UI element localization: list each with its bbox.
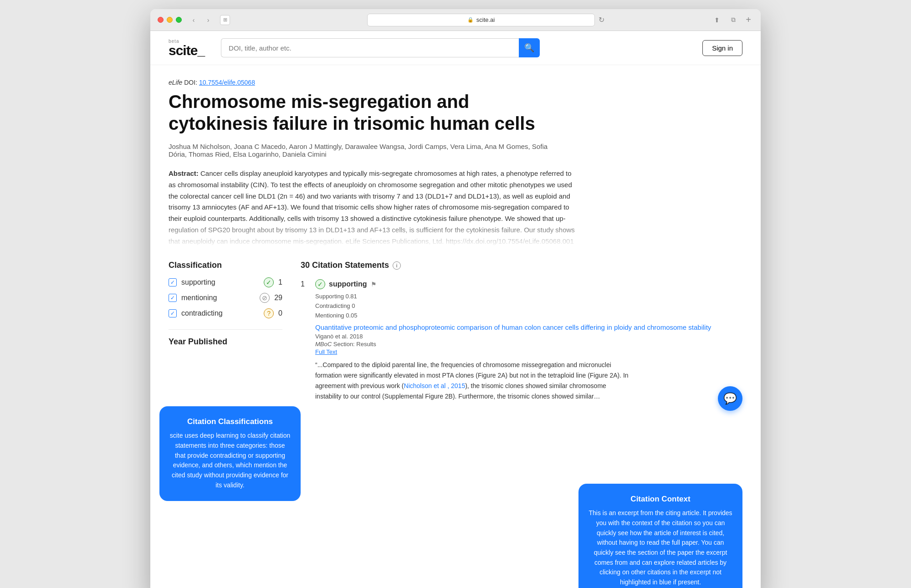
article-content: eLife DOI: 10.7554/elife.05068 Chromosom… <box>150 65 761 261</box>
checkbox-mentioning[interactable]: ✓ <box>169 294 177 302</box>
forward-button[interactable]: › <box>202 15 215 25</box>
url-display: scite.ai <box>476 16 495 23</box>
classification-section: Classification ✓ supporting ✓ 1 <box>169 261 282 318</box>
citation-journal: MBoC Section: Results <box>315 341 711 348</box>
site-header: beta scite_ 🔍 Sign in <box>150 31 761 65</box>
citation-statements-label: 30 Citation Statements <box>301 261 389 270</box>
citation-author-year: Viganò et al. 2018 <box>315 333 711 340</box>
classification-title: Classification <box>169 261 282 270</box>
citation-status-label: supporting <box>329 280 367 288</box>
tooltip-citation-classifications: Citation Classifications scite uses deep… <box>159 406 301 501</box>
citation-section: Section: Results <box>333 341 376 348</box>
sign-in-button[interactable]: Sign in <box>702 40 742 56</box>
close-dot[interactable] <box>158 17 164 23</box>
checkbox-check-icon-2: ✓ <box>170 295 175 301</box>
page-content: beta scite_ 🔍 Sign in eLife DOI: 10.7554… <box>150 31 761 588</box>
browser-traffic-lights <box>158 17 182 23</box>
doi-label: DOI: <box>184 79 197 86</box>
article-title: Chromosome mis-segregation and cytokines… <box>169 91 560 134</box>
tooltip-context-title: Citation Context <box>589 495 732 504</box>
classification-item-supporting: ✓ supporting ✓ 1 <box>169 277 282 287</box>
checkbox-contradicting[interactable]: ✓ <box>169 309 177 317</box>
citation-journal-name: MBoC <box>315 341 332 348</box>
abstract-label: Abstract: <box>169 169 199 177</box>
article-authors: Joshua M Nicholson, Joana C Macedo, Aaro… <box>169 143 560 158</box>
tooltip-context-body: This is an excerpt from the citing artic… <box>589 508 732 588</box>
fullscreen-dot[interactable] <box>176 17 182 23</box>
browser-window: ‹ › ⊞ 🔒 scite.ai ↻ ⬆ ⧉ + beta scite_ <box>150 9 761 588</box>
label-contradicting: contradicting <box>181 309 259 317</box>
info-icon[interactable]: i <box>393 261 401 270</box>
tooltip-classifications-body: scite uses deep learning to classify cit… <box>169 431 291 490</box>
citation-statements-header: 30 Citation Statements i <box>301 261 742 270</box>
article-abstract: Abstract: Cancer cells display aneuploid… <box>169 168 742 247</box>
status-icon-contradicting: ? <box>264 308 274 318</box>
status-icon-supporting: ✓ <box>264 277 274 287</box>
checkbox-check-icon: ✓ <box>170 279 175 286</box>
abstract-text: Cancer cells display aneuploid karyotype… <box>169 169 575 245</box>
share-button[interactable]: ⬆ <box>711 15 723 25</box>
score-mentioning: Mentioning 0.05 <box>315 312 358 319</box>
new-tab-button[interactable]: + <box>743 15 753 25</box>
citation-status-icon: ✓ <box>315 279 325 289</box>
sidebar: Classification ✓ supporting ✓ 1 <box>169 261 296 411</box>
citations-area: 30 Citation Statements i 1 ✓ <box>296 261 742 411</box>
slash-circle-icon: ⊘ <box>262 294 267 302</box>
citation-fulltext-link[interactable]: Full Text <box>315 348 711 355</box>
label-mentioning: mentioning <box>181 294 255 302</box>
citation-body: ✓ supporting ⚑ Supporting 0.81 Contradic… <box>315 279 711 402</box>
classification-item-mentioning: ✓ mentioning ⊘ 29 <box>169 293 282 303</box>
lock-icon: 🔒 <box>467 17 474 23</box>
address-bar[interactable]: 🔒 scite.ai <box>367 14 595 26</box>
count-supporting: 1 <box>278 278 282 286</box>
citation-excerpt: “...Compared to the diploid parental lin… <box>315 360 634 402</box>
check-circle-icon: ✓ <box>266 279 271 286</box>
tooltip-classifications-title: Citation Classifications <box>169 417 291 426</box>
citation-item: 1 ✓ supporting ⚑ Supporting 0.81 <box>301 279 742 402</box>
logo-text: scite_ <box>169 44 205 57</box>
label-supporting: supporting <box>181 278 259 286</box>
classification-item-contradicting: ✓ contradicting ? 0 <box>169 308 282 318</box>
chat-icon: 💬 <box>723 392 737 405</box>
checkbox-supporting[interactable]: ✓ <box>169 278 177 286</box>
search-button[interactable]: 🔍 <box>519 38 540 57</box>
excerpt-text: “...Compared to the diploid parental lin… <box>315 361 629 400</box>
article-journal: eLife <box>169 79 182 86</box>
search-icon: 🔍 <box>524 43 534 53</box>
count-contradicting: 0 <box>278 309 282 317</box>
article-source: eLife DOI: 10.7554/elife.05068 <box>169 79 742 86</box>
reload-button[interactable]: ↻ <box>599 15 604 24</box>
minimize-dot[interactable] <box>167 17 173 23</box>
back-button[interactable]: ‹ <box>187 15 200 25</box>
tab-view-icon: ⊞ <box>223 17 227 23</box>
score-contradicting: Contradicting 0 <box>315 302 355 309</box>
flag-icon[interactable]: ⚑ <box>371 281 377 288</box>
citation-number: 1 <box>301 279 310 402</box>
browser-titlebar: ‹ › ⊞ 🔒 scite.ai ↻ ⬆ ⧉ + <box>150 9 761 31</box>
citation-scores: Supporting 0.81 Contradicting 0 Mentioni… <box>315 292 711 320</box>
chat-fab-button[interactable]: 💬 <box>718 386 742 411</box>
excerpt-link[interactable]: Nicholson et al , 2015 <box>404 382 466 389</box>
year-published-title: Year Published <box>169 337 282 347</box>
sidebar-divider <box>169 329 282 330</box>
citation-status-row: ✓ supporting ⚑ <box>315 279 711 289</box>
status-icon-mentioning: ⊘ <box>260 293 270 303</box>
logo-area: beta scite_ <box>169 39 205 57</box>
check-icon: ✓ <box>317 281 323 288</box>
tab-view-button[interactable]: ⊞ <box>220 15 230 25</box>
citation-article-title[interactable]: Quantitative proteomic and phosphoproteo… <box>315 323 711 331</box>
info-glyph: i <box>396 263 398 268</box>
count-mentioning: 29 <box>274 294 282 302</box>
address-bar-container: 🔒 scite.ai ↻ <box>235 14 705 26</box>
checkbox-check-icon-3: ✓ <box>170 310 175 317</box>
search-input[interactable] <box>221 38 519 57</box>
browser-actions: ⬆ ⧉ + <box>711 15 753 25</box>
duplicate-button[interactable]: ⧉ <box>727 15 740 25</box>
nav-buttons: ‹ › <box>187 15 215 25</box>
score-supporting: Supporting 0.81 <box>315 293 357 300</box>
search-container: 🔍 <box>221 38 540 57</box>
tooltip-citation-context: Citation Context This is an excerpt from… <box>578 484 742 588</box>
question-circle-icon: ? <box>267 310 271 317</box>
doi-link[interactable]: 10.7554/elife.05068 <box>199 79 255 86</box>
main-layout: Classification ✓ supporting ✓ 1 <box>150 261 761 424</box>
